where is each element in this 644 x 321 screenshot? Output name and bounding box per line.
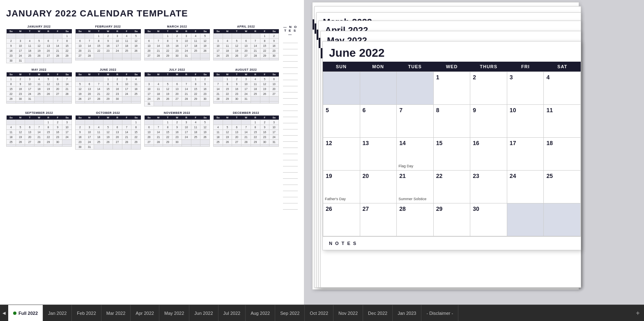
tab-apr2022[interactable]: Apr 2022	[131, 305, 159, 321]
tab-add-button[interactable]: +	[632, 305, 644, 321]
june-notes: N O T E S	[323, 236, 581, 250]
june-day-cell[interactable]: 11	[544, 105, 581, 138]
mini-calendar-4[interactable]: MAY 2022SuMTWRFSa12345678910111213141516…	[6, 68, 72, 106]
mini-cal-title-6: JULY 2022	[144, 68, 210, 71]
june-day-cell[interactable]: 9	[470, 105, 507, 138]
tab-jun2022[interactable]: Jun 2022	[189, 305, 218, 321]
june-header-cell: SAT	[544, 62, 581, 72]
mini-calendar-11[interactable]: DECEMBER 2022SuMTWRFSa123456789101112131…	[213, 111, 279, 150]
tab--disclaimer-[interactable]: - Disclaimer -	[421, 305, 458, 321]
notes-line	[283, 125, 298, 129]
notes-line	[283, 63, 298, 68]
mini-cal-table-4: SuMTWRFSa1234567891011121314151617181920…	[6, 72, 72, 104]
june-day-cell[interactable]: 1	[434, 72, 471, 105]
june-day-cell[interactable]: 18	[544, 138, 581, 171]
notes-line	[283, 162, 298, 166]
tab-jul2022[interactable]: Jul 2022	[218, 305, 246, 321]
notes-line	[283, 112, 298, 117]
notes-line	[283, 118, 298, 123]
june-header-cell: SUN	[323, 62, 360, 72]
june-day-cell[interactable]: 2	[470, 72, 507, 105]
june-day-cell[interactable]	[507, 203, 544, 236]
notes-line	[283, 168, 298, 173]
notes-lines	[283, 38, 298, 210]
mini-cal-title-3: APRIL 2022	[213, 25, 279, 28]
june-day-cell[interactable]: 23	[470, 171, 507, 203]
mini-calendar-6[interactable]: JULY 2022SuMTWRFSa1234567891011121314151…	[144, 68, 210, 106]
june-day-cell[interactable]: 6	[360, 105, 397, 138]
tab-oct2022[interactable]: Oct 2022	[305, 305, 334, 321]
mini-cal-table-6: SuMTWRFSa1234567891011121314151617181920…	[144, 72, 210, 106]
june-day-cell[interactable]: 4	[544, 72, 581, 105]
left-panel: JANUARY 2022 CALENDAR TEMPLATE JANUARY 2…	[0, 0, 304, 305]
june-header-cell: TUES	[396, 62, 433, 72]
notes-line	[283, 205, 298, 210]
tab-jan2022[interactable]: Jan 2022	[43, 305, 72, 321]
june-calendar[interactable]: June 2022 SUNMONTUESWEDTHURSFRISAT 12345…	[322, 41, 581, 250]
mini-calendar-0[interactable]: JANUARY 2022SuMTWRFSa1234567891011121314…	[6, 25, 72, 63]
june-day-cell[interactable]: 16	[470, 138, 507, 171]
mini-cal-table-5: SuMTWRFSa1234567891011121314151617181920…	[75, 72, 141, 104]
tab-full2022[interactable]: Full 2022	[8, 305, 43, 321]
mini-calendar-2[interactable]: MARCH 2022SuMTWRFSa123456789101112131415…	[144, 25, 210, 63]
june-day-cell[interactable]: 30	[470, 203, 507, 236]
mini-cal-title-2: MARCH 2022	[144, 25, 210, 28]
mini-calendar-3[interactable]: APRIL 2022SuMTWRFSa123456789101112131415…	[213, 25, 279, 63]
tab-jan2023[interactable]: Jan 2023	[393, 305, 421, 321]
taskbar-arrow-left[interactable]: ◀	[0, 305, 8, 321]
june-day-cell[interactable]: 24	[507, 171, 544, 203]
tab-dec2022[interactable]: Dec 2022	[363, 305, 393, 321]
june-grid: 1234567891011121314Flag Day1516171819Fat…	[323, 72, 581, 236]
june-day-cell[interactable]: 22	[434, 171, 471, 203]
june-header-cell: MON	[360, 62, 397, 72]
mini-cal-title-8: SEPTEMBER 2022	[6, 111, 72, 114]
tab-may2022[interactable]: May 2022	[159, 305, 189, 321]
notes-line	[283, 131, 298, 136]
june-day-cell[interactable]: 5	[323, 105, 360, 138]
notes-line	[283, 57, 298, 62]
june-day-cell[interactable]	[360, 72, 397, 105]
june-day-cell[interactable]: 17	[507, 138, 544, 171]
mini-calendar-8[interactable]: SEPTEMBER 2022SuMTWRFSa12345678910111213…	[6, 111, 72, 150]
june-day-cell[interactable]: 25	[544, 171, 581, 203]
mini-calendar-5[interactable]: JUNE 2022SuMTWRFSa1234567891011121314151…	[75, 68, 141, 106]
june-day-cell[interactable]: 12	[323, 138, 360, 171]
mini-cal-title-1: FEBRUARY 2022	[75, 25, 141, 28]
june-day-cell[interactable]: 27	[360, 203, 397, 236]
notes-line	[283, 143, 298, 148]
june-day-cell[interactable]: 19Father's Day	[323, 171, 360, 203]
tab-aug2022[interactable]: Aug 2022	[246, 305, 275, 321]
june-day-cell[interactable]: 14Flag Day	[397, 138, 434, 171]
june-day-cell[interactable]: 15	[434, 138, 471, 171]
mini-cal-table-8: SuMTWRFSa1234567891011121314151617181920…	[6, 115, 72, 147]
june-day-cell[interactable]: 29	[434, 203, 471, 236]
notes-line	[283, 38, 298, 43]
notes-line	[283, 199, 298, 203]
mini-cal-title-7: AUGUST 2022	[213, 68, 279, 71]
june-day-cell[interactable]: 28	[397, 203, 434, 236]
tab-feb2022[interactable]: Feb 2022	[72, 305, 101, 321]
june-day-cell[interactable]: 7	[397, 105, 434, 138]
june-day-cell[interactable]: 3	[507, 72, 544, 105]
june-day-cell[interactable]: 8	[434, 105, 471, 138]
june-day-cell[interactable]: 13	[360, 138, 397, 171]
june-day-cell[interactable]	[397, 72, 434, 105]
tab-nov2022[interactable]: Nov 2022	[334, 305, 363, 321]
mini-calendar-10[interactable]: NOVEMBER 2022SuMTWRFSa123456789101112131…	[144, 111, 210, 150]
june-day-cell[interactable]: 26	[323, 203, 360, 236]
mini-calendar-7[interactable]: AUGUST 2022SuMTWRFSa12345678910111213141…	[213, 68, 279, 106]
mini-cal-title-10: NOVEMBER 2022	[144, 111, 210, 114]
june-day-cell[interactable]: 10	[507, 105, 544, 138]
june-day-cell[interactable]: 20	[360, 171, 397, 203]
mini-calendar-1[interactable]: FEBRUARY 2022SuMTWRFSa123456789101112131…	[75, 25, 141, 63]
june-day-cell[interactable]	[323, 72, 360, 105]
june-day-cell[interactable]: 21Summer Solstice	[397, 171, 434, 203]
tab-sep2022[interactable]: Sep 2022	[275, 305, 305, 321]
mini-cal-table-2: SuMTWRFSa1234567891011121314151617181920…	[144, 29, 210, 60]
mini-calendar-9[interactable]: OCTOBER 2022SuMTWRFSa1234567891011121314…	[75, 111, 141, 150]
june-event: Summer Solstice	[398, 197, 426, 201]
mini-cal-table-1: SuMTWRFSa1234567891011121314151617181920…	[75, 29, 141, 60]
mini-calendar-grid: JANUARY 2022SuMTWRFSa1234567891011121314…	[6, 25, 279, 150]
june-day-cell[interactable]	[544, 203, 581, 236]
tab-mar2022[interactable]: Mar 2022	[101, 305, 131, 321]
